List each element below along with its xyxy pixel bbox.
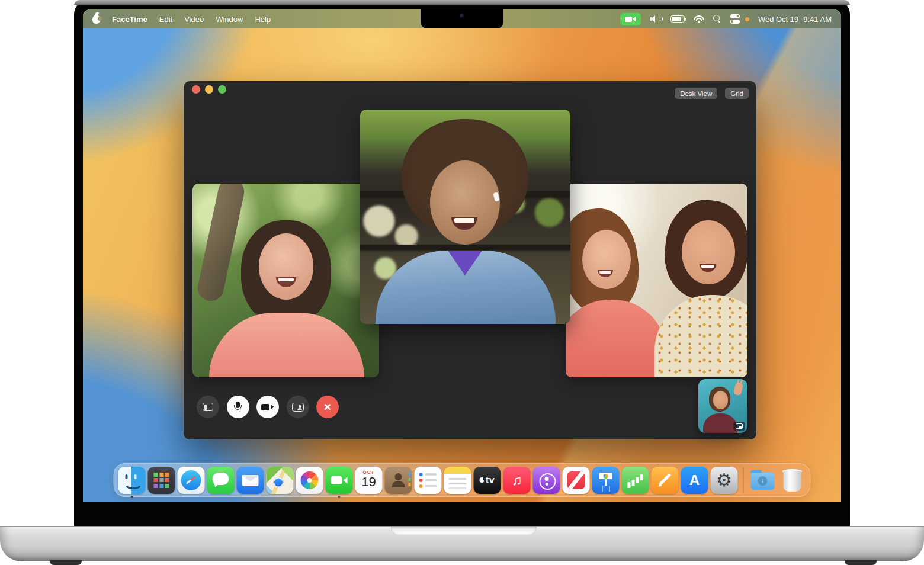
status-dot-icon [745, 17, 749, 21]
dock-appstore-icon[interactable]: A [681, 467, 708, 494]
participant-tile-3[interactable] [566, 184, 747, 377]
minimize-window-button[interactable] [205, 85, 213, 94]
display-notch [421, 9, 503, 28]
dock-launchpad-icon[interactable] [148, 467, 175, 494]
clock-date: Wed Oct 19 [758, 15, 798, 24]
window-top-buttons: Desk View Grid [675, 88, 749, 99]
dock-finder-icon[interactable] [118, 467, 146, 494]
participant-tile-1[interactable] [192, 184, 379, 377]
microphone-icon [234, 402, 242, 412]
dock-reminders-icon[interactable] [415, 467, 442, 494]
dock-trash-icon[interactable] [779, 467, 806, 494]
lid-opening-notch [391, 527, 537, 536]
search-icon[interactable] [713, 15, 721, 23]
macbook-device: FaceTime Edit Video Window Help Wed Oct … [0, 0, 924, 565]
call-controls: × [197, 396, 339, 418]
end-call-button[interactable]: × [316, 396, 339, 418]
clock-time: 9:41 AM [803, 15, 832, 24]
menu-window[interactable]: Window [216, 15, 243, 24]
menu-bar-left: FaceTime Edit Video Window Help [92, 15, 271, 24]
dock-calendar-icon[interactable]: OCT 19 [355, 467, 383, 494]
finder-running-indicator [131, 496, 133, 498]
dock-photos-icon[interactable] [296, 467, 323, 494]
screen-badge-icon[interactable] [733, 422, 745, 431]
dock-pages-icon[interactable] [652, 467, 679, 494]
dock: OCT 19 tv ♫ A ⚙ ↓ [114, 463, 811, 497]
download-arrow-glyph: ↓ [758, 476, 768, 486]
sidebar-icon [203, 403, 213, 411]
dock-system-settings-icon[interactable]: ⚙ [711, 467, 738, 494]
menu-video[interactable]: Video [184, 15, 204, 24]
menu-help[interactable]: Help [255, 15, 271, 24]
dock-news-icon[interactable] [563, 467, 590, 494]
dock-notes-icon[interactable] [444, 467, 471, 494]
close-window-button[interactable] [192, 85, 200, 94]
apple-menu-icon[interactable] [92, 15, 100, 24]
facetime-camera-dot [460, 14, 464, 18]
apple-logo-icon [480, 477, 485, 483]
dock-podcasts-icon[interactable] [533, 467, 560, 494]
battery-icon[interactable] [670, 15, 685, 23]
dock-numbers-icon[interactable] [622, 467, 649, 494]
menu-bar-status: Wed Oct 19 9:41 AM [620, 13, 832, 25]
participant-1-video [192, 184, 379, 377]
menu-bar-clock[interactable]: Wed Oct 19 9:41 AM [758, 15, 832, 24]
dock-mail-icon[interactable] [237, 467, 264, 494]
camera-icon [261, 404, 274, 410]
self-view-tile[interactable] [698, 379, 747, 433]
dock-downloads-icon[interactable]: ↓ [749, 467, 777, 494]
dock-keynote-icon[interactable] [592, 467, 620, 494]
wifi-icon[interactable] [694, 15, 704, 23]
dock-facetime-icon[interactable] [326, 467, 353, 494]
grid-button[interactable]: Grid [725, 88, 749, 99]
end-call-x-icon: × [324, 400, 331, 413]
dock-divider [743, 467, 744, 493]
tv-label: tv [486, 475, 495, 486]
screen-share-button[interactable] [287, 396, 309, 418]
screen: FaceTime Edit Video Window Help Wed Oct … [83, 9, 841, 502]
rubber-foot-right [845, 560, 877, 565]
dock-music-icon[interactable]: ♫ [503, 467, 531, 494]
video-button[interactable] [256, 396, 279, 418]
appstore-letter: A [689, 472, 700, 489]
control-center-icon[interactable] [730, 14, 740, 24]
facetime-window: Desk View Grid [184, 81, 756, 439]
menu-edit[interactable]: Edit [159, 15, 172, 24]
participant-2-video [360, 110, 570, 324]
dock-messages-icon[interactable] [207, 467, 235, 494]
window-traffic-lights [192, 85, 226, 94]
gear-glyph: ⚙ [716, 470, 732, 490]
dock-contacts-icon[interactable] [385, 467, 412, 494]
camera-active-indicator-icon[interactable] [620, 13, 641, 25]
music-note-glyph: ♫ [512, 472, 522, 489]
screen-share-icon [292, 403, 304, 412]
participant-tile-2[interactable] [360, 110, 570, 324]
zoom-window-button[interactable] [218, 85, 226, 94]
dock-tv-icon[interactable]: tv [474, 467, 501, 494]
menu-facetime[interactable]: FaceTime [112, 15, 147, 24]
desk-view-button[interactable]: Desk View [675, 88, 717, 99]
calendar-day-label: 19 [355, 474, 383, 490]
dock-safari-icon[interactable] [178, 467, 205, 494]
facetime-running-indicator [338, 496, 341, 498]
dock-maps-icon[interactable] [267, 467, 294, 494]
rubber-foot-left [50, 560, 82, 565]
participant-3-video [566, 184, 747, 377]
volume-icon[interactable] [650, 15, 662, 23]
mute-button[interactable] [227, 396, 249, 418]
sidebar-button[interactable] [197, 396, 219, 418]
